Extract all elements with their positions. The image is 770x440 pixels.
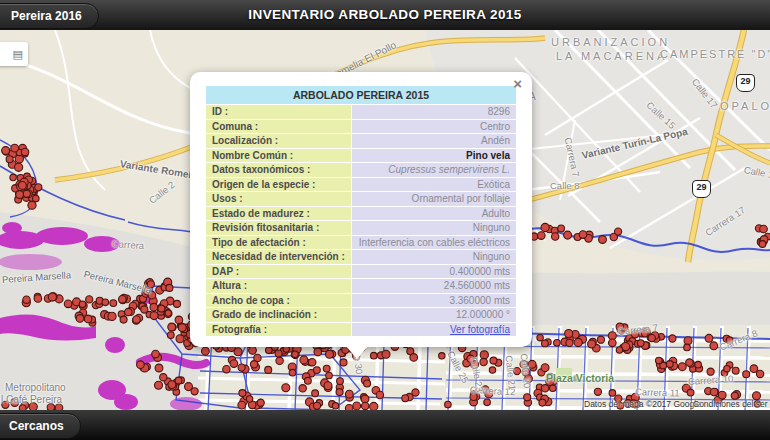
tree-marker[interactable] <box>616 347 622 353</box>
tree-marker[interactable] <box>137 361 145 369</box>
tree-marker[interactable] <box>686 359 693 366</box>
tree-marker[interactable] <box>314 367 321 374</box>
tree-marker[interactable] <box>158 305 165 312</box>
tree-marker[interactable] <box>323 365 330 372</box>
tree-marker[interactable] <box>336 389 343 396</box>
tree-marker[interactable] <box>669 335 676 342</box>
tree-marker[interactable] <box>191 388 198 395</box>
tree-marker[interactable] <box>362 402 369 409</box>
tree-marker[interactable] <box>324 382 332 390</box>
tree-marker[interactable] <box>648 335 655 342</box>
tree-marker[interactable] <box>10 174 16 180</box>
tree-marker[interactable] <box>133 316 141 324</box>
tree-marker[interactable] <box>202 347 210 355</box>
tree-marker[interactable] <box>223 366 230 373</box>
tree-marker[interactable] <box>174 300 181 307</box>
tree-marker[interactable] <box>125 308 132 315</box>
tree-marker[interactable] <box>249 346 257 354</box>
tree-marker[interactable] <box>86 296 93 303</box>
tree-marker[interactable] <box>11 144 19 152</box>
tree-marker[interactable] <box>410 354 418 362</box>
tree-marker[interactable] <box>300 356 308 364</box>
tree-marker[interactable] <box>35 184 42 191</box>
tree-marker[interactable] <box>490 357 497 364</box>
tree-marker[interactable] <box>282 384 290 392</box>
tree-marker[interactable] <box>246 396 252 402</box>
terms-link[interactable]: Condiciones del ser <box>693 399 768 409</box>
tree-marker[interactable] <box>609 339 617 347</box>
tree-marker[interactable] <box>564 231 572 239</box>
tree-marker[interactable] <box>292 351 299 358</box>
tree-marker[interactable] <box>687 389 694 396</box>
tree-marker[interactable] <box>238 401 246 409</box>
tree-marker[interactable] <box>150 312 158 320</box>
tree-marker[interactable] <box>155 364 163 372</box>
tree-marker[interactable] <box>552 233 559 240</box>
tree-marker[interactable] <box>566 339 573 346</box>
tree-marker[interactable] <box>445 401 452 408</box>
tree-marker[interactable] <box>684 344 691 351</box>
tree-marker[interactable] <box>119 296 127 304</box>
tree-marker[interactable] <box>305 377 312 384</box>
tree-marker[interactable] <box>250 361 257 368</box>
tree-marker[interactable] <box>371 352 378 359</box>
tree-marker[interactable] <box>108 312 116 320</box>
tree-marker[interactable] <box>637 340 644 347</box>
tree-marker[interactable] <box>609 390 616 397</box>
tree-marker[interactable] <box>743 371 750 378</box>
photo-link-cell[interactable]: Ver fotografía <box>352 323 516 337</box>
tree-marker[interactable] <box>710 342 718 350</box>
tree-marker[interactable] <box>541 223 549 231</box>
tree-marker[interactable] <box>79 301 86 308</box>
tree-marker[interactable] <box>238 364 245 371</box>
tree-marker[interactable] <box>110 300 117 307</box>
tree-marker[interactable] <box>678 363 686 371</box>
tree-marker[interactable] <box>309 359 316 366</box>
tree-marker[interactable] <box>19 182 27 190</box>
tree-marker[interactable] <box>705 334 713 342</box>
tree-marker[interactable] <box>340 359 347 366</box>
tree-marker[interactable] <box>353 402 361 410</box>
tree-marker[interactable] <box>84 315 92 323</box>
tree-marker[interactable] <box>76 315 84 323</box>
tree-marker[interactable] <box>574 338 582 346</box>
tree-marker[interactable] <box>166 284 173 291</box>
tree-marker[interactable] <box>15 163 23 171</box>
tree-marker[interactable] <box>155 381 163 389</box>
tree-marker[interactable] <box>23 296 30 303</box>
tree-marker[interactable] <box>175 316 183 324</box>
tree-marker[interactable] <box>239 390 246 397</box>
tree-marker[interactable] <box>538 232 546 240</box>
tree-marker[interactable] <box>376 391 383 398</box>
tree-marker[interactable] <box>337 378 344 385</box>
tree-marker[interactable] <box>710 388 718 396</box>
tree-marker[interactable] <box>326 372 333 379</box>
tree-marker[interactable] <box>230 360 238 368</box>
tree-marker[interactable] <box>266 347 273 354</box>
tree-marker[interactable] <box>167 332 174 339</box>
tree-marker[interactable] <box>332 403 338 409</box>
tree-marker[interactable] <box>150 303 158 311</box>
tree-marker[interactable] <box>756 370 763 377</box>
tree-marker[interactable] <box>34 295 42 303</box>
map-control-button[interactable]: ▤ <box>0 42 28 66</box>
tree-marker[interactable] <box>594 388 601 395</box>
tree-marker[interactable] <box>175 377 182 384</box>
tree-marker[interactable] <box>684 337 692 345</box>
tree-marker[interactable] <box>265 366 272 373</box>
tree-marker[interactable] <box>579 231 587 239</box>
tree-marker[interactable] <box>16 191 24 199</box>
tree-marker[interactable] <box>6 156 13 163</box>
tree-marker[interactable] <box>152 350 160 358</box>
tree-marker[interactable] <box>666 361 673 368</box>
tree-marker[interactable] <box>554 340 561 347</box>
pereira-2016-button[interactable]: Pereira 2016 <box>0 3 99 29</box>
tree-marker[interactable] <box>102 299 109 306</box>
tree-marker[interactable] <box>541 364 549 372</box>
tree-marker[interactable] <box>299 385 306 392</box>
tree-marker[interactable] <box>732 367 739 374</box>
tree-marker[interactable] <box>695 361 702 368</box>
tree-marker[interactable] <box>759 241 766 248</box>
tree-marker[interactable] <box>542 340 549 347</box>
photo-link[interactable]: Ver fotografía <box>450 324 510 335</box>
